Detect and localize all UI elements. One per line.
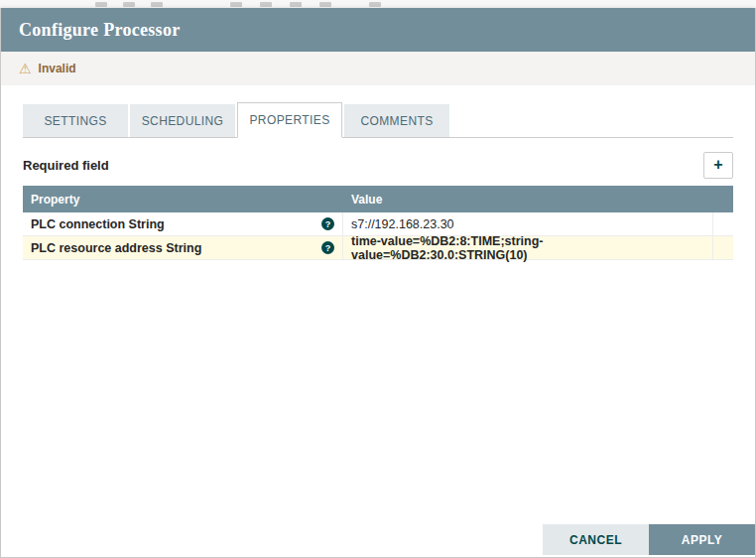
dialog-title: Configure Processor bbox=[19, 20, 181, 41]
screen: Configure Processor ⚠ Invalid SETTINGS S… bbox=[0, 0, 756, 558]
toolbar-icon-fragment bbox=[230, 2, 242, 7]
apply-button[interactable]: APPLY bbox=[649, 524, 755, 555]
toolbar-icon-fragment bbox=[151, 2, 163, 7]
validation-status-text: Invalid bbox=[39, 62, 76, 75]
column-header-property: Property bbox=[23, 193, 343, 207]
toolbar-icon-fragment bbox=[290, 2, 302, 7]
value-cell[interactable]: s7://192.168.23.30 bbox=[343, 212, 713, 235]
toolbar-icon-fragment bbox=[95, 2, 107, 7]
property-value: s7://192.168.23.30 bbox=[351, 217, 454, 231]
property-value: time-value=%DB2:8:TIME;string-value=%DB2… bbox=[351, 234, 704, 262]
tab-settings[interactable]: SETTINGS bbox=[23, 104, 128, 137]
tab-scheduling[interactable]: SCHEDULING bbox=[130, 104, 235, 137]
toolbar-icon-fragment bbox=[369, 2, 381, 7]
tab-comments[interactable]: COMMENTS bbox=[344, 104, 449, 137]
tab-properties[interactable]: PROPERTIES bbox=[237, 102, 342, 138]
value-cell[interactable]: time-value=%DB2:8:TIME;string-value=%DB2… bbox=[343, 236, 713, 259]
toolbar-icon-fragment bbox=[123, 2, 135, 7]
dialog-header: Configure Processor bbox=[1, 8, 755, 52]
toolbar-icon-fragment bbox=[319, 2, 331, 7]
background-app-toolbar bbox=[0, 0, 756, 8]
warning-icon: ⚠ bbox=[19, 62, 32, 75]
plus-icon: + bbox=[713, 157, 722, 173]
properties-header-row: Required field + bbox=[23, 150, 733, 180]
property-name: PLC resource address String bbox=[31, 241, 201, 255]
table-row[interactable]: PLC resource address String ? time-value… bbox=[23, 236, 733, 260]
help-icon[interactable]: ? bbox=[321, 241, 334, 254]
column-header-value: Value bbox=[343, 193, 713, 207]
property-name: PLC connection String bbox=[31, 217, 165, 231]
configure-processor-dialog: Configure Processor ⚠ Invalid SETTINGS S… bbox=[0, 8, 756, 558]
add-property-button[interactable]: + bbox=[703, 152, 733, 179]
required-field-label: Required field bbox=[23, 158, 109, 173]
property-cell: PLC resource address String ? bbox=[23, 236, 343, 259]
cancel-button[interactable]: CANCEL bbox=[543, 524, 649, 555]
actions-cell bbox=[713, 212, 733, 235]
help-icon[interactable]: ? bbox=[321, 217, 334, 230]
validation-status-bar: ⚠ Invalid bbox=[1, 52, 755, 85]
tab-bar: SETTINGS SCHEDULING PROPERTIES COMMENTS bbox=[23, 103, 733, 138]
actions-cell bbox=[713, 236, 733, 259]
table-row[interactable]: PLC connection String ? s7://192.168.23.… bbox=[23, 212, 733, 236]
dialog-footer: CANCEL APPLY bbox=[543, 524, 755, 555]
table-header-row: Property Value bbox=[23, 186, 733, 212]
properties-table: Property Value PLC connection String ? s… bbox=[23, 186, 733, 260]
toolbar-icon-fragment bbox=[260, 2, 272, 7]
property-cell: PLC connection String ? bbox=[23, 212, 343, 235]
